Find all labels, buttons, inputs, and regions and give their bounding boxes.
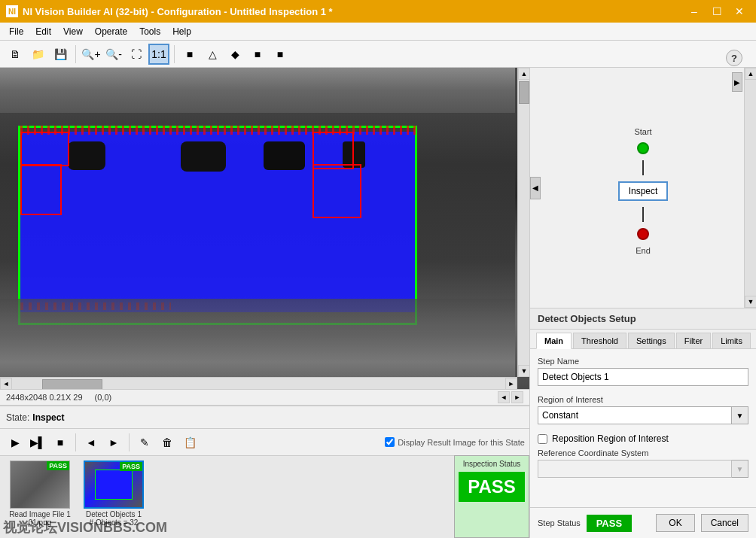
prev-state-button[interactable]: ◄ [81,432,102,453]
red-detect-box-4 [312,164,361,218]
cancel-button[interactable]: Cancel [701,514,748,532]
horizontal-scrollbar[interactable]: ◄ ► [0,377,517,389]
ok-button[interactable]: OK [656,514,694,532]
polygon-tool-button[interactable]: ◆ [224,44,245,65]
roi-select-wrap: Constant ▼ [538,406,748,424]
menu-edit[interactable]: Edit [29,25,57,38]
ref-coord-select[interactable] [538,460,732,478]
save-button[interactable]: 💾 [50,44,71,65]
image-canvas [0,68,529,389]
flow-start-label: Start [634,127,651,136]
title-bar: NI NI Vision Builder AI (32-bit) - Confi… [0,0,756,23]
scroll-thumb-v[interactable] [519,81,529,104]
next-state-button[interactable]: ► [103,432,124,453]
display-result-checkbox[interactable] [385,437,395,447]
menu-view[interactable]: View [57,25,89,38]
tab-limits[interactable]: Limits [712,333,751,348]
hscroll-left-btn[interactable]: ◄ [498,391,510,403]
help-button[interactable]: ? [726,50,742,66]
open-button[interactable]: 📁 [27,44,48,65]
flow-inspect-box[interactable]: Inspect [618,181,669,201]
flow-diagram: Start Inspect End [618,127,669,255]
thumbnail-item-0[interactable]: PASS Read Image File 1 01.png [6,460,74,527]
right-panel-scrollbar[interactable]: ▲ ▼ [744,68,756,308]
menu-tools[interactable]: Tools [133,25,166,38]
toolbar-separator-2 [174,45,175,63]
close-button[interactable]: ✕ [729,1,750,22]
setup-tab-bar: Main Threshold Settings Filter Limits [530,330,756,349]
scroll-down-arrow[interactable]: ▼ [518,365,529,377]
thumbnail-label-0: Read Image File 1 [9,510,71,518]
step-forward-button[interactable]: ▶▌ [27,432,48,453]
inspection-status-label: Inspection Status [463,459,521,469]
edit-button[interactable]: ✎ [134,432,155,453]
flow-start-dot [637,142,649,154]
scroll-left-arrow[interactable]: ◄ [0,378,12,389]
red-detect-box-2 [20,164,62,215]
hscroll-right-btn[interactable]: ► [511,391,523,403]
state-value: Inspect [32,412,64,423]
scroll-thumb-h[interactable] [42,379,102,389]
roi-select[interactable]: Constant [538,406,732,424]
tab-threshold[interactable]: Threshold [573,333,626,348]
step-status-badge: PASS [587,515,632,532]
flow-diagram-area: Start Inspect End ▲ ▼ ◀ ▶ [530,68,756,309]
ref-coord-dropdown-arrow[interactable]: ▼ [732,460,748,478]
tab-filter[interactable]: Filter [676,333,711,348]
horizontal-nav: ◄ ► [498,391,523,403]
menu-bar: File Edit View Operate Tools Help [0,23,756,41]
expand-right-button[interactable]: ▶ [732,72,742,92]
zoom-fit-button[interactable]: ⛶ [126,44,147,65]
tab-main[interactable]: Main [536,333,572,349]
dark-object-2 [181,141,226,172]
menu-file[interactable]: File [3,25,29,38]
inspection-status-panel: Inspection Status PASS [454,455,529,538]
roi-dropdown-arrow[interactable]: ▼ [732,406,748,424]
red-detect-box-1 [20,132,69,166]
new-button[interactable]: 🗎 [5,44,26,65]
reposition-checkbox[interactable] [538,434,547,444]
flow-line-1 [642,160,644,175]
line-tool-button[interactable]: △ [202,44,223,65]
thumbnail-strip: PASS Read Image File 1 01.png PASS Detec… [0,455,454,538]
thumbnail-image-1: PASS [84,460,144,509]
maximize-button[interactable]: ☐ [706,1,727,22]
minimize-button[interactable]: – [684,1,705,22]
play-button[interactable]: ▶ [5,432,26,453]
scroll-up-arrow[interactable]: ▲ [518,68,529,80]
stop-button[interactable]: ■ [50,432,71,453]
zoom-actual-button[interactable]: 1:1 [148,44,169,65]
thumbnail-image-0: PASS [10,460,70,509]
collapse-left-button[interactable]: ◀ [530,177,541,199]
scroll-right-arrow[interactable]: ► [505,378,517,389]
image-dimensions: 2448x2048 0.21X 29 [6,393,83,402]
menu-operate[interactable]: Operate [89,25,133,38]
bezier-tool-button[interactable]: ■ [270,44,291,65]
right-scroll-up[interactable]: ▲ [745,68,756,80]
bt-separator-2 [129,433,130,451]
copy-button[interactable]: 📋 [179,432,200,453]
main-container: ▲ ▼ ◄ ► 2448x2048 0.21X 29 (0,0) ◄ ► Sta… [0,68,756,538]
thumbnail-sublabel-0: 01.png [29,518,52,527]
zoom-out-button[interactable]: 🔍- [103,44,124,65]
inspection-status-value: PASS [459,472,525,502]
thumbnail-item-1[interactable]: PASS Detect Objects 1 # Objects = 32 [80,460,148,527]
setup-panel: Detect Objects Setup Main Threshold Sett… [530,309,756,507]
freehand-tool-button[interactable]: ■ [247,44,268,65]
delete-button[interactable]: 🗑 [157,432,178,453]
reposition-checkbox-label: Reposition Region of Interest [552,433,669,444]
toolbar-separator-1 [75,45,76,63]
main-toolbar: 🗎 📁 💾 🔍+ 🔍- ⛶ 1:1 ■ △ ◆ ■ ■ [0,41,756,68]
flow-end-dot [637,228,649,240]
vertical-scrollbar[interactable]: ▲ ▼ [517,68,529,377]
state-label: State: [6,412,29,423]
roi-label: Region of Interest [538,395,748,404]
menu-help[interactable]: Help [166,25,197,38]
step-name-input[interactable] [538,368,748,386]
image-area[interactable]: ▲ ▼ ◄ ► [0,68,529,389]
tab-settings[interactable]: Settings [628,333,675,348]
right-scroll-down[interactable]: ▼ [745,296,756,308]
zoom-in-button[interactable]: 🔍+ [81,44,102,65]
display-result-label: Display Result Image for this State [398,438,525,447]
select-tool-button[interactable]: ■ [179,44,200,65]
